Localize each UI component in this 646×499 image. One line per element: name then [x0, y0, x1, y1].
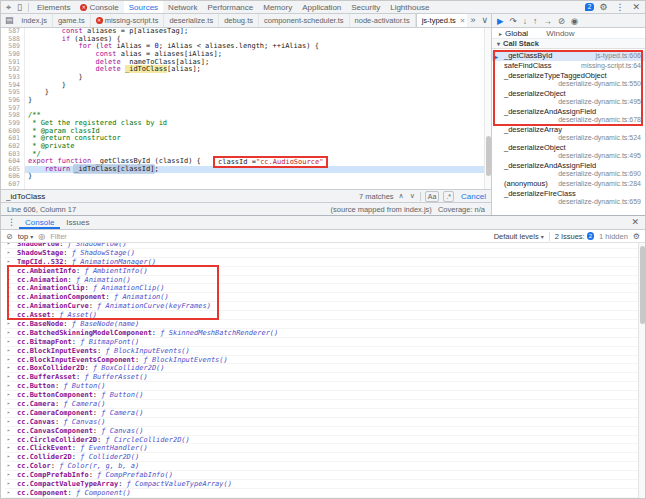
- panel-tab-lighthouse[interactable]: Lighthouse: [385, 1, 434, 13]
- console-entry[interactable]: ▸cc.CameraComponent: ƒ Camera(): [5, 409, 645, 418]
- console-entry[interactable]: ▸cc.CanvasComponent: ƒ Canvas(): [5, 427, 645, 436]
- code-line[interactable]: 607: [1, 181, 491, 189]
- console-entry[interactable]: ▸cc.Canvas: ƒ Canvas(): [5, 418, 645, 427]
- code-line[interactable]: 601 * @return constructor: [1, 135, 491, 143]
- console-entry[interactable]: ▸cc.AnimationComponent: ƒ Animation(): [5, 293, 645, 302]
- call-stack-frame[interactable]: _deserializeTypeTaggedObjectdeserialize-…: [492, 71, 645, 89]
- expand-arrow-icon[interactable]: ▸: [7, 382, 10, 388]
- regex-button[interactable]: .*: [443, 191, 454, 202]
- console-entry[interactable]: ▸cc.BlockInputEventsComponent: ƒ BlockIn…: [5, 356, 645, 365]
- frame-location[interactable]: deserialize-dynamic.ts:524: [558, 134, 641, 142]
- panel-tab-sources[interactable]: Sources: [124, 1, 163, 13]
- resume-icon[interactable]: ▶: [497, 16, 504, 26]
- expand-arrow-icon[interactable]: ▸: [7, 302, 10, 308]
- issues-counter[interactable]: 2 Issues: 2: [555, 232, 594, 241]
- expand-arrow-icon[interactable]: ▸: [7, 347, 10, 353]
- settings-gear-icon[interactable]: ⚙: [596, 1, 610, 14]
- context-selector[interactable]: top ▾: [18, 232, 33, 241]
- console-entry[interactable]: ▸cc.Animation: ƒ Animation(): [5, 276, 645, 285]
- call-stack-frame[interactable]: _deserializeObjectdeserialize-dynamic.ts…: [492, 143, 645, 161]
- call-stack-frame[interactable]: _deserializeFireClassdeserialize-dynamic…: [492, 189, 645, 207]
- drawer-tab-issues[interactable]: Issues: [60, 216, 95, 229]
- console-entry[interactable]: ▸cc.CircleCollider2D: ƒ CircleCollider2D…: [5, 436, 645, 445]
- code-line[interactable]: 594 }: [1, 82, 491, 90]
- expand-arrow-icon[interactable]: ▸: [7, 364, 10, 370]
- panel-tab-performance[interactable]: Performance: [202, 1, 258, 13]
- kebab-menu-icon[interactable]: ⋮: [612, 1, 627, 14]
- close-drawer-icon[interactable]: ✕: [628, 216, 642, 229]
- step-icon[interactable]: →: [543, 16, 552, 26]
- drawer-tab-console[interactable]: Console: [19, 216, 60, 229]
- panel-tab-application[interactable]: Application: [297, 1, 346, 13]
- step-over-icon[interactable]: ↷: [510, 16, 517, 26]
- step-into-icon[interactable]: ↓: [523, 16, 527, 26]
- frame-location[interactable]: js-typed.ts:606: [595, 52, 641, 60]
- expand-arrow-icon[interactable]: ▸: [7, 329, 10, 335]
- console-entry[interactable]: ▸cc.BufferAsset: ƒ BufferAsset(): [5, 373, 645, 382]
- tab-overflow-icon[interactable]: »: [467, 14, 478, 27]
- panel-tab-elements[interactable]: Elements: [32, 1, 75, 13]
- call-stack-frame[interactable]: safeFindClassmissing-script.ts:64: [492, 61, 645, 71]
- find-next-button[interactable]: ∨: [409, 192, 416, 200]
- deactivate-breakpoints-icon[interactable]: ⊘: [558, 16, 565, 26]
- cancel-button[interactable]: Cancel: [461, 192, 486, 201]
- console-entry[interactable]: ▸cc.BitmapFont: ƒ BitmapFont(): [5, 338, 645, 347]
- file-tab-index-js[interactable]: index.js: [17, 14, 53, 27]
- inspect-icon[interactable]: ⌖: [3, 1, 14, 14]
- console-entry[interactable]: ▸cc.Asset: ƒ Asset(): [5, 311, 645, 320]
- expand-arrow-icon[interactable]: ▸: [7, 462, 10, 468]
- expand-arrow-icon[interactable]: ▸: [7, 276, 10, 282]
- expand-arrow-icon[interactable]: ▸: [7, 471, 10, 477]
- call-stack-frame[interactable]: _deserializeArraydeserialize-dynamic.ts:…: [492, 125, 645, 143]
- expand-arrow-icon[interactable]: ▸: [7, 243, 10, 246]
- console-entry[interactable]: ▸cc.Camera: ƒ Camera(): [5, 400, 645, 409]
- call-stack-frame[interactable]: _deserializeAndAssignFielddeserialize-dy…: [492, 107, 645, 125]
- call-stack-frame[interactable]: (anonymous)deserialize-dynamic.ts:284: [492, 179, 645, 189]
- console-entry[interactable]: ▸cc.BatchedSkinningModelComponent: ƒ Ski…: [5, 329, 645, 338]
- console-settings-gear-icon[interactable]: ⚙: [633, 232, 640, 241]
- expand-arrow-icon[interactable]: ▸: [7, 418, 10, 424]
- panel-tab-network[interactable]: Network: [163, 1, 202, 13]
- console-entry[interactable]: ▸cc.ButtonComponent: ƒ Button(): [5, 391, 645, 400]
- console-filter-input[interactable]: [50, 232, 200, 241]
- navigator-toggle-icon[interactable]: ▤: [2, 14, 17, 27]
- file-tab-component-scheduler-ts[interactable]: component-scheduler.ts: [259, 14, 350, 27]
- file-tab-deserialize-ts[interactable]: deserialize.ts: [164, 14, 219, 27]
- console-entry[interactable]: ▸cc.CompactValueTypeArray: ƒ CompactValu…: [5, 480, 645, 489]
- close-devtools-icon[interactable]: ✕: [629, 1, 643, 14]
- console-entry[interactable]: ▸cc.BoxCollider2D: ƒ BoxCollider2D(): [5, 364, 645, 373]
- panel-tab-security[interactable]: Security: [346, 1, 385, 13]
- expand-arrow-icon[interactable]: ▸: [7, 338, 10, 344]
- expand-arrow-icon[interactable]: ▸: [7, 249, 10, 255]
- console-scrollbar[interactable]: [638, 243, 645, 499]
- code-line[interactable]: 606}: [1, 173, 491, 181]
- call-stack-header[interactable]: ▾ Call Stack: [492, 39, 645, 49]
- code-line[interactable]: 597: [1, 105, 491, 113]
- expand-arrow-icon[interactable]: ▸: [7, 480, 10, 486]
- expand-arrow-icon[interactable]: ▸: [7, 356, 10, 362]
- file-tab-js-typed-ts[interactable]: js-typed.ts✕: [416, 14, 468, 27]
- code-line[interactable]: 595 }: [1, 89, 491, 97]
- console-entry[interactable]: ▸cc.ClickEvent: ƒ EventHandler(): [5, 444, 645, 453]
- console-entry[interactable]: ▸TmpCId..532: ƒ AnimationManager(): [5, 258, 645, 267]
- panel-tab-console[interactable]: ✕Console: [75, 1, 123, 13]
- device-toolbar-icon[interactable]: ▯: [14, 1, 25, 14]
- scope-global-row[interactable]: ▸ Global Window: [492, 28, 645, 39]
- file-tab-debug-ts[interactable]: debug.ts: [219, 14, 259, 27]
- console-entry[interactable]: ▸cc.AnimationClip: ƒ AnimationClip(): [5, 284, 645, 293]
- file-tab-node-activator-ts[interactable]: node-activator.ts: [350, 14, 416, 27]
- call-stack-frame[interactable]: ▶_getClassByIdjs-typed.ts:606: [492, 51, 645, 61]
- frame-location[interactable]: deserialize-dynamic.ts:284: [558, 180, 641, 188]
- console-entry[interactable]: ▸cc.Collider2D: ƒ Collider2D(): [5, 453, 645, 462]
- console-entry[interactable]: ▸cc.Component: ƒ Component(): [5, 489, 645, 498]
- console-entry[interactable]: ▸cc.AnimationCurve: ƒ AnimationCurve(key…: [5, 302, 645, 311]
- expand-arrow-icon[interactable]: ▸: [7, 409, 10, 415]
- expand-arrow-icon[interactable]: ▸: [7, 311, 10, 317]
- frame-location[interactable]: missing-script.ts:64: [581, 62, 641, 70]
- frame-location[interactable]: deserialize-dynamic.ts:659: [558, 198, 641, 206]
- log-levels-dropdown[interactable]: Default levels ▾: [494, 232, 544, 241]
- expand-arrow-icon[interactable]: ▸: [7, 284, 10, 290]
- frame-location[interactable]: deserialize-dynamic.ts:495: [558, 152, 641, 160]
- console-entry[interactable]: ▸cc.BlockInputEvents: ƒ BlockInputEvents…: [5, 347, 645, 356]
- expand-arrow-icon[interactable]: ▸: [499, 30, 502, 37]
